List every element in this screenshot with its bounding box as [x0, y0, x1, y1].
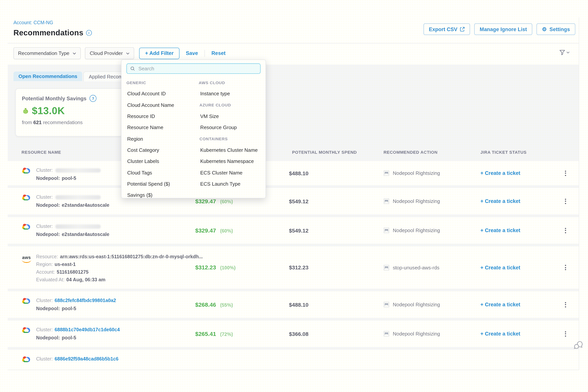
resource-line-label: Resource: [36, 254, 58, 260]
potential-spend-cell: $549.12 [289, 227, 380, 234]
gcp-cloud-icon [22, 193, 32, 214]
cluster-link[interactable]: 6886e92f59a48cad86b5b1c6 [54, 356, 118, 362]
header-actions: Export CSV Manage Ignore List ⚙ Settings [424, 24, 575, 35]
row-menu-button[interactable] [552, 198, 579, 204]
gcp-cloud-icon [22, 166, 32, 185]
resource-line-value: us-east-1 [54, 262, 76, 267]
monthly-savings-cell: $244.05 (57%) [192, 369, 289, 370]
dropdown-search[interactable] [126, 64, 260, 74]
resource-lines: Cluster:Nodepool:e2standar4autoscale [36, 193, 109, 214]
monthly-savings-cell: $265.41 (72%) [192, 330, 289, 337]
manage-ignore-list-button[interactable]: Manage Ignore List [474, 24, 532, 35]
add-filter-button[interactable]: + Add Filter [139, 48, 179, 59]
content-right-edge [579, 17, 579, 370]
search-input[interactable] [138, 65, 257, 72]
filter-option[interactable]: Cloud Account ID [126, 91, 200, 97]
account-breadcrumb[interactable]: Account: CCM-NG [14, 20, 92, 25]
create-ticket-link[interactable]: + Create a ticket [477, 198, 552, 204]
broken-image-icon [384, 228, 389, 233]
kebab-icon [565, 198, 566, 204]
resource-cell: Cluster:Nodepool:e2standar4autoscale [8, 217, 192, 244]
filter-option[interactable]: Kubernetes Namespace [200, 158, 260, 164]
filter-option[interactable]: Cost Category [126, 147, 200, 153]
resource-lines: Resource:arn:aws:rds:us-east-1:511616801… [36, 253, 203, 288]
resource-line-label: Nodepool: [36, 232, 60, 237]
potential-spend-cell: $488.10 [289, 170, 380, 176]
cluster-link[interactable]: 6888b1c70e49db17c1de60c4 [54, 327, 120, 332]
recommendations-count: 621 [33, 120, 42, 125]
filter-section-label: CONTAINERS [200, 136, 260, 141]
filter-chip-label: Recommendation Type [18, 50, 69, 56]
column-jira-ticket-status: JIRA TICKET STATUS [477, 150, 552, 154]
resource-line-label: Account: [36, 270, 55, 275]
filter-chip-cloud-provider[interactable]: Cloud Provider [85, 47, 134, 59]
recommended-action-cell: Nodepool Rightsizing [380, 170, 477, 176]
page-title: Recommendations [14, 28, 84, 37]
chevron-down-icon [73, 52, 76, 54]
filter-option[interactable]: Savings ($) [126, 192, 200, 198]
recommended-action-cell: Nodepool Rightsizing [380, 228, 477, 233]
cluster-link[interactable]: 688c2fefc84fbdc99801a0a2 [54, 298, 116, 303]
info-icon[interactable]: i [86, 30, 92, 36]
resource-cell: Cluster:6886e92f59a48cad86b5b1c6 [8, 350, 192, 370]
filter-chip-recommendation-type[interactable]: Recommendation Type [14, 47, 81, 59]
kebab-icon [565, 302, 566, 307]
table-row: Cluster:Nodepool:e2standar4autoscale $32… [8, 217, 579, 244]
settings-button[interactable]: ⚙ Settings [536, 24, 575, 35]
potential-spend-cell: $427.09 [289, 370, 380, 370]
create-ticket-link[interactable]: + Create a ticket [477, 302, 552, 308]
row-menu-button[interactable] [552, 228, 579, 233]
header-divider [8, 43, 579, 44]
create-ticket-link[interactable]: + Create a ticket [477, 331, 552, 337]
table-row: Cluster:Nodepool:e2standar4autoscale $32… [8, 188, 579, 214]
tab-open-recommendations[interactable]: Open Recommendations [14, 72, 82, 81]
filter-option[interactable]: Potential Spend ($) [126, 181, 200, 187]
export-csv-button[interactable]: Export CSV [424, 24, 470, 35]
create-ticket-link[interactable]: + Create a ticket [477, 264, 552, 270]
resource-line-label: Region: [36, 262, 53, 267]
filter-option[interactable]: Cloud Account Name [126, 102, 200, 108]
resource-line-label: Cluster: [36, 194, 53, 200]
filter-option[interactable]: Instance type [200, 91, 260, 97]
filter-option[interactable]: Kubernetes Cluster Name [200, 147, 260, 153]
page-header: Account: CCM-NG Recommendations i [14, 20, 92, 37]
chat-feedback-icon[interactable] [574, 340, 584, 351]
resource-line-label: Cluster: [36, 168, 53, 173]
broken-image-icon [384, 198, 389, 204]
filter-option[interactable]: Region [126, 136, 200, 142]
save-filter-button[interactable]: Save [184, 50, 200, 56]
savings-subtitle: from 621 recommendations [22, 120, 116, 125]
filter-option[interactable]: VM Size [200, 113, 260, 119]
filter-option[interactable]: Resource ID [126, 113, 200, 119]
row-menu-button[interactable] [552, 265, 579, 270]
savings-value: $312.23 [195, 264, 216, 270]
monthly-savings-cell: $329.47 (60%) [192, 227, 289, 234]
filter-option[interactable]: ECS Cluster Name [200, 170, 260, 176]
filter-option[interactable]: Cluster Labels [126, 158, 200, 164]
row-menu-button[interactable] [552, 170, 579, 176]
create-ticket-link[interactable]: + Create a ticket [477, 228, 552, 233]
filter-funnel-button[interactable] [559, 50, 570, 55]
row-menu-button[interactable] [552, 302, 579, 307]
kebab-icon [565, 265, 566, 270]
create-ticket-link[interactable]: + Create a ticket [477, 170, 552, 176]
gcp-cloud-icon [22, 355, 32, 370]
export-csv-label: Export CSV [429, 26, 458, 32]
resource-line-value: 511616801275 [57, 270, 88, 275]
recommended-action-label: Nodepool Rightsizing [393, 302, 440, 308]
filter-option[interactable]: ECS Launch Type [200, 181, 260, 187]
row-menu-button[interactable] [552, 331, 579, 336]
reset-filter-button[interactable]: Reset [209, 50, 228, 56]
resource-line-label: Evaluated At: [36, 277, 64, 282]
filter-section-label: AWS CLOUD [199, 80, 260, 85]
savings-amount: $13.0K [32, 105, 65, 117]
recommended-action-label: stop-unused-aws-rds [393, 264, 440, 270]
potential-spend-cell: $366.08 [289, 331, 380, 337]
resource-cell: Cluster:688c2fefc84fbdc99801a0a2Nodepool… [8, 291, 192, 318]
filter-option[interactable]: Resource Name [126, 125, 200, 130]
filter-option[interactable]: Resource Group [200, 125, 260, 130]
recommended-action-cell: Nodepool Rightsizing [380, 331, 477, 337]
help-icon[interactable]: ? [90, 95, 96, 102]
potential-spend-cell: $549.12 [289, 198, 380, 204]
filter-option[interactable]: Cloud Tags [126, 170, 200, 176]
